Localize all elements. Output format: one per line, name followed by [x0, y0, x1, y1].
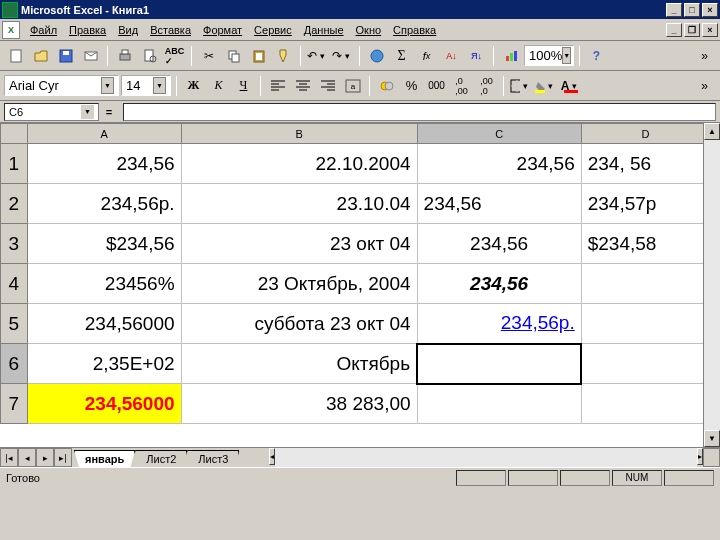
cell-c5[interactable]: 234,56р.	[417, 304, 581, 344]
function-button[interactable]: fx	[415, 45, 438, 67]
autosum-button[interactable]: Σ	[390, 45, 413, 67]
close-button[interactable]: ×	[702, 3, 718, 17]
preview-button[interactable]	[138, 45, 161, 67]
vertical-scrollbar[interactable]: ▲ ▼	[703, 123, 720, 447]
toolbar-overflow-icon[interactable]: »	[693, 75, 716, 97]
underline-button[interactable]: Ч	[232, 75, 255, 97]
align-right-button[interactable]	[316, 75, 339, 97]
sort-desc-button[interactable]: Я↓	[465, 45, 488, 67]
menu-edit[interactable]: Правка	[63, 22, 112, 38]
row-header-6[interactable]: 6	[1, 344, 28, 384]
row-header-4[interactable]: 4	[1, 264, 28, 304]
currency-button[interactable]	[375, 75, 398, 97]
cell-d5[interactable]	[581, 304, 703, 344]
row-header-3[interactable]: 3	[1, 224, 28, 264]
cell-a2[interactable]: 234,56р.	[27, 184, 181, 224]
tab-next-button[interactable]: ▸	[36, 448, 54, 467]
paste-button[interactable]	[247, 45, 270, 67]
format-painter-button[interactable]	[272, 45, 295, 67]
cell-c4[interactable]: 234,56	[417, 264, 581, 304]
help-button[interactable]: ?	[585, 45, 608, 67]
doc-restore-button[interactable]: ❐	[684, 23, 700, 37]
comma-button[interactable]: 000	[425, 75, 448, 97]
sort-asc-button[interactable]: А↓	[440, 45, 463, 67]
menu-format[interactable]: Формат	[197, 22, 248, 38]
cell-d6[interactable]	[581, 344, 703, 384]
menu-window[interactable]: Окно	[350, 22, 388, 38]
font-combo[interactable]: Arial Cyr▼	[4, 75, 119, 96]
bold-button[interactable]: Ж	[182, 75, 205, 97]
cell-b5[interactable]: суббота 23 окт 04	[181, 304, 417, 344]
cell-b3[interactable]: 23 окт 04	[181, 224, 417, 264]
col-header-a[interactable]: A	[27, 124, 181, 144]
row-header-2[interactable]: 2	[1, 184, 28, 224]
zoom-combo[interactable]: 100%▼	[524, 45, 574, 66]
redo-button[interactable]: ↷▾	[331, 45, 354, 67]
row-header-1[interactable]: 1	[1, 144, 28, 184]
doc-close-button[interactable]: ×	[702, 23, 718, 37]
sheet-tab-3[interactable]: Лист3	[187, 450, 239, 467]
horizontal-scrollbar[interactable]: ◂ ▸	[269, 448, 703, 467]
cell-c6[interactable]	[417, 344, 581, 384]
cell-b7[interactable]: 38 283,00	[181, 384, 417, 424]
col-header-d[interactable]: D	[581, 124, 703, 144]
merge-center-button[interactable]: a	[341, 75, 364, 97]
scroll-up-icon[interactable]: ▲	[704, 123, 720, 140]
font-size-combo[interactable]: 14▼	[121, 75, 171, 96]
copy-button[interactable]	[222, 45, 245, 67]
new-button[interactable]	[4, 45, 27, 67]
print-button[interactable]	[113, 45, 136, 67]
cell-c1[interactable]: 234,56	[417, 144, 581, 184]
sheet-tab-1[interactable]: январь	[74, 450, 135, 467]
cell-a5[interactable]: 234,56000	[27, 304, 181, 344]
row-header-5[interactable]: 5	[1, 304, 28, 344]
cell-b2[interactable]: 23.10.04	[181, 184, 417, 224]
align-left-button[interactable]	[266, 75, 289, 97]
font-color-button[interactable]: А▾	[559, 75, 582, 97]
borders-button[interactable]: ▾	[509, 75, 532, 97]
tab-first-button[interactable]: |◂	[0, 448, 18, 467]
col-header-c[interactable]: C	[417, 124, 581, 144]
cell-a3[interactable]: $234,56	[27, 224, 181, 264]
menu-insert[interactable]: Вставка	[144, 22, 197, 38]
fill-color-button[interactable]: ▾	[534, 75, 557, 97]
menu-help[interactable]: Справка	[387, 22, 442, 38]
cell-a7[interactable]: 234,56000	[27, 384, 181, 424]
cell-a6[interactable]: 2,35E+02	[27, 344, 181, 384]
cell-b6[interactable]: Октябрь	[181, 344, 417, 384]
menu-view[interactable]: Вид	[112, 22, 144, 38]
cell-d2[interactable]: 234,57р	[581, 184, 703, 224]
menu-tools[interactable]: Сервис	[248, 22, 298, 38]
col-header-b[interactable]: B	[181, 124, 417, 144]
workbook-icon[interactable]: X	[2, 21, 20, 39]
formula-input[interactable]	[123, 103, 716, 121]
spellcheck-button[interactable]: ABC✓	[163, 45, 186, 67]
equals-button[interactable]: =	[99, 106, 119, 118]
undo-button[interactable]: ↶▾	[306, 45, 329, 67]
cell-a1[interactable]: 234,56	[27, 144, 181, 184]
select-all-corner[interactable]	[1, 124, 28, 144]
chart-button[interactable]	[499, 45, 522, 67]
hyperlink-button[interactable]	[365, 45, 388, 67]
cut-button[interactable]: ✂	[197, 45, 220, 67]
tab-last-button[interactable]: ▸|	[54, 448, 72, 467]
name-box[interactable]: C6▼	[4, 103, 99, 121]
cell-a4[interactable]: 23456%	[27, 264, 181, 304]
maximize-button[interactable]: □	[684, 3, 700, 17]
toolbar-overflow-icon[interactable]: »	[693, 45, 716, 67]
cell-d7[interactable]	[581, 384, 703, 424]
cell-d1[interactable]: 234, 56	[581, 144, 703, 184]
percent-button[interactable]: %	[400, 75, 423, 97]
save-button[interactable]	[54, 45, 77, 67]
sheet-tab-2[interactable]: Лист2	[135, 450, 187, 467]
cell-d4[interactable]	[581, 264, 703, 304]
scroll-down-icon[interactable]: ▼	[704, 430, 720, 447]
align-center-button[interactable]	[291, 75, 314, 97]
minimize-button[interactable]: _	[666, 3, 682, 17]
decrease-decimal-button[interactable]: ,00,0	[475, 75, 498, 97]
row-header-7[interactable]: 7	[1, 384, 28, 424]
cell-c2[interactable]: 234,56	[417, 184, 581, 224]
tab-prev-button[interactable]: ◂	[18, 448, 36, 467]
cell-c3[interactable]: 234,56	[417, 224, 581, 264]
menu-file[interactable]: Файл	[24, 22, 63, 38]
